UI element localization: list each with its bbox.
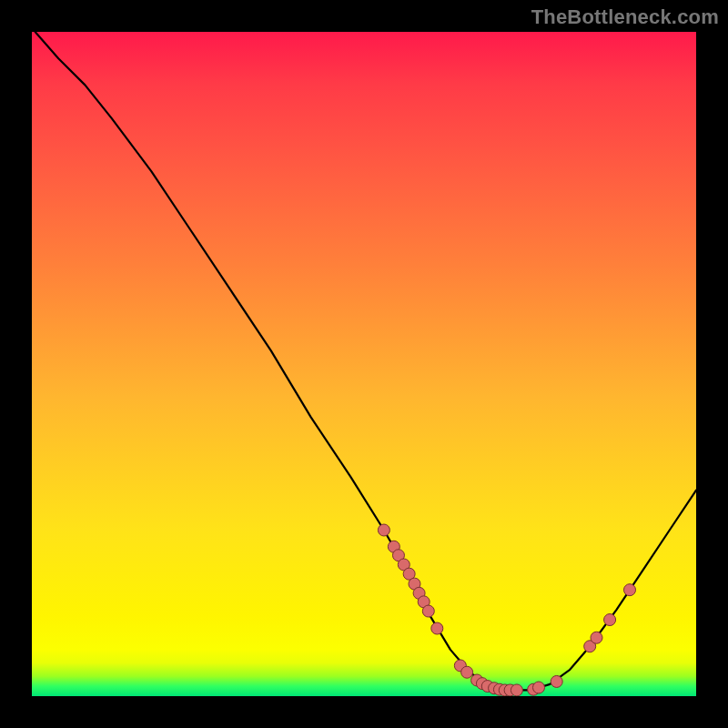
watermark-text: TheBottleneck.com <box>531 5 719 29</box>
data-points-group <box>378 524 635 696</box>
data-point <box>532 682 544 693</box>
data-point <box>378 524 389 536</box>
data-point <box>591 632 602 643</box>
data-point <box>431 622 443 634</box>
data-point <box>604 614 616 626</box>
chart-frame: TheBottleneck.com <box>0 0 728 728</box>
data-point <box>551 675 562 687</box>
chart-overlay <box>32 32 696 696</box>
bottleneck-curve <box>35 32 696 690</box>
data-point <box>511 684 522 696</box>
data-point <box>624 584 636 596</box>
data-point <box>422 605 434 617</box>
plot-area <box>32 32 696 696</box>
data-point <box>461 666 473 678</box>
